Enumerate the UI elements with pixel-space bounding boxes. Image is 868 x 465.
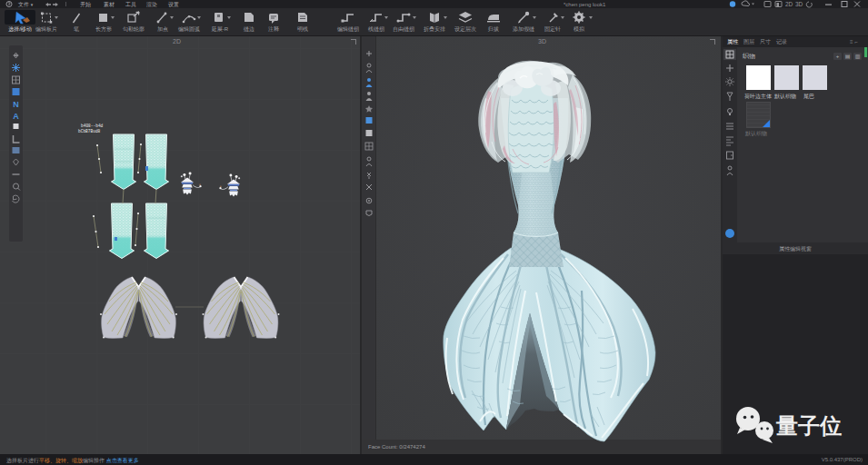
svg-text:2D: 2D [785, 1, 793, 7]
svg-text:3D: 3D [795, 1, 803, 7]
svg-text:b408--b4d: b408--b4d [81, 124, 104, 128]
svg-text:bCbB7Bud8: bCbB7Bud8 [78, 129, 101, 134]
